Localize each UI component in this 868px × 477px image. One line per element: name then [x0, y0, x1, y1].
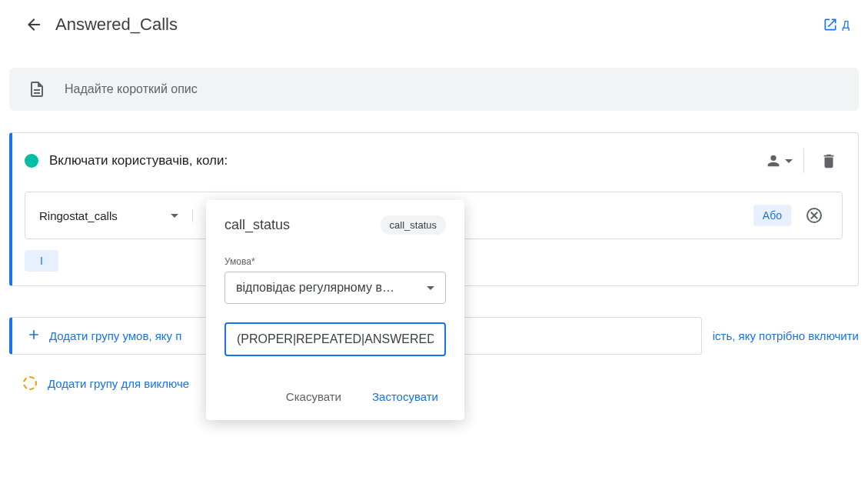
header: Answered_Calls Д: [0, 0, 868, 49]
page-title: Answered_Calls: [55, 15, 178, 35]
remove-condition-button[interactable]: [800, 202, 828, 229]
event-select[interactable]: Ringostat_calls: [39, 209, 193, 222]
condition-actions: Або: [753, 202, 828, 229]
and-chip[interactable]: І: [25, 250, 58, 272]
description-placeholder: Надайте короткий опис: [65, 82, 198, 96]
include-header: Включати користувачів, коли:: [25, 147, 843, 175]
add-group-label: Додати групу умов, яку п: [49, 329, 181, 342]
person-icon: [765, 152, 782, 169]
arrow-back-icon: [25, 15, 43, 34]
event-select-label: Ringostat_calls: [39, 209, 118, 222]
popover-header: call_status call_status: [224, 215, 446, 235]
include-indicator-dot: [25, 154, 38, 168]
open-label: Д: [843, 18, 850, 31]
caret-down-icon: [427, 286, 434, 290]
caret-down-icon: [171, 214, 178, 218]
add-sequence-button[interactable]: ість, яку потрібно включити: [713, 320, 859, 352]
open-in-new-icon: [823, 17, 838, 32]
cancel-button[interactable]: Скасувати: [278, 384, 349, 409]
condition-select[interactable]: відповідає регулярному в…: [224, 272, 446, 304]
apply-button[interactable]: Застосувати: [364, 384, 446, 409]
popover-title: call_status: [224, 217, 290, 233]
divider: [803, 148, 804, 173]
open-in-new-button[interactable]: Д: [823, 17, 850, 32]
condition-field-label: Умова*: [224, 256, 446, 267]
caret-down-icon: [785, 159, 793, 163]
value-input[interactable]: [224, 322, 446, 356]
condition-select-value: відповідає регулярному в…: [236, 281, 394, 295]
include-header-actions: [763, 147, 843, 175]
cancel-circle-icon: [805, 206, 823, 225]
description-bar[interactable]: Надайте короткий опис: [9, 68, 859, 111]
description-icon: [28, 80, 46, 98]
or-chip[interactable]: Або: [753, 205, 791, 226]
header-actions: Д: [823, 17, 850, 32]
add-exclude-label: Додати групу для виключе: [48, 377, 189, 390]
scope-dropdown[interactable]: [763, 147, 793, 175]
plus-icon: [26, 327, 42, 342]
popover-actions: Скасувати Застосувати: [224, 384, 446, 409]
exclude-indicator-icon: [23, 376, 37, 390]
include-title: Включати користувачів, коли:: [49, 153, 228, 168]
back-button[interactable]: [18, 9, 49, 40]
delete-button[interactable]: [815, 147, 843, 175]
condition-popover: call_status call_status Умова* відповіда…: [206, 200, 464, 420]
trash-icon: [820, 152, 837, 169]
dimension-chip[interactable]: call_status: [381, 215, 446, 235]
